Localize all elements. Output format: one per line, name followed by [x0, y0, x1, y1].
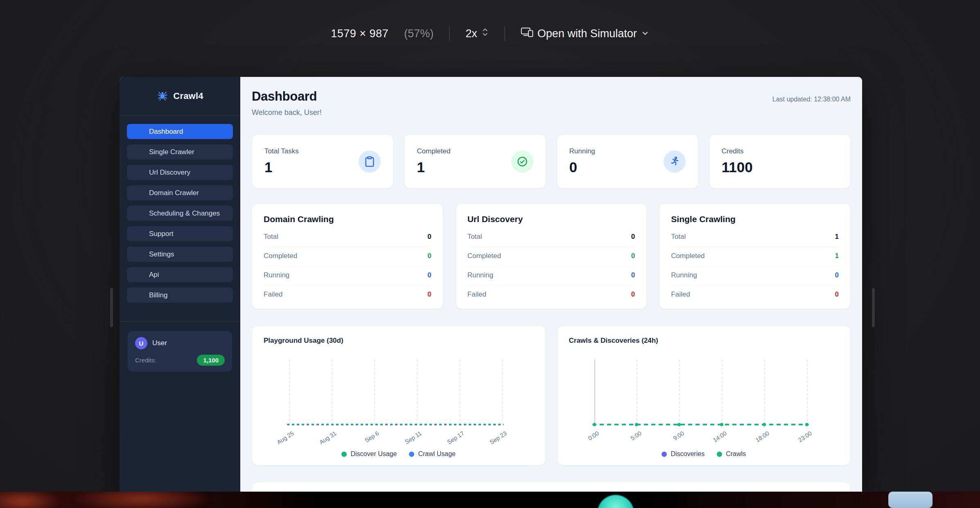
legend-label: Discover Usage	[350, 450, 397, 458]
open-with-simulator-button[interactable]: Open with Simulator	[521, 27, 649, 40]
wallpaper-blob	[74, 492, 209, 508]
breakdown-row-label: Total	[264, 233, 278, 241]
stat-card-running: Running 0	[557, 134, 698, 189]
breakdown-rows: Total 1 Completed 1 Running 0 Failed 0	[671, 227, 839, 304]
stat-value: 1100	[722, 159, 753, 175]
breakdown-row-value: 0	[631, 252, 635, 260]
app-logo[interactable]: Crawl4	[120, 77, 240, 116]
x-axis-label: 5:00	[630, 430, 643, 442]
resize-handle-right[interactable]	[872, 288, 875, 327]
sidebar-item-label: Dashboard	[149, 128, 183, 136]
breakdowns-row: Domain Crawling Total 0 Completed 0 Runn…	[252, 203, 851, 309]
legend-item-discoveries: Discoveries	[662, 450, 705, 458]
chart-gridline	[637, 360, 637, 425]
breakdown-row: Completed 0	[467, 247, 635, 266]
chart-series-baseline	[592, 424, 809, 425]
chart-x-axis: Aug 25Aug 31Sep 6Sep 11Sep 17Sep 23	[289, 427, 502, 450]
chart-gridline	[417, 360, 418, 425]
charts-row: Playground Usage (30d) Aug 25Aug 31Sep 6…	[252, 326, 851, 465]
breakdown-title: Domain Crawling	[264, 214, 431, 224]
chart-series-baseline	[287, 424, 504, 425]
legend-dot	[341, 452, 347, 457]
user-name: User	[152, 339, 167, 347]
sidebar-item-support[interactable]: Support	[127, 226, 233, 241]
avatar: U	[135, 337, 147, 349]
sidebar: Crawl4 DashboardSingle CrawlerUrl Discov…	[120, 77, 240, 492]
devices-icon	[521, 27, 533, 40]
clipboard-icon	[359, 151, 381, 173]
breakdown-row-label: Total	[671, 233, 686, 241]
legend-item-discover-usage: Discover Usage	[341, 450, 397, 458]
app-window: Crawl4 DashboardSingle CrawlerUrl Discov…	[120, 77, 862, 492]
chart-plot	[594, 360, 807, 425]
breakdown-row: Failed 0	[467, 285, 635, 304]
spider-logo-icon	[156, 89, 169, 103]
zoom-stepper[interactable]: 2x	[465, 27, 489, 40]
breakdown-row: Running 0	[467, 266, 635, 285]
breakdown-row-value: 0	[835, 290, 839, 299]
stat-value: 1	[264, 159, 299, 175]
breakdown-card-single-crawling: Single Crawling Total 1 Completed 1 Runn…	[659, 203, 851, 309]
x-axis-label: 14:00	[712, 430, 728, 443]
x-axis-label: Sep 11	[404, 430, 422, 445]
chart-legend: Discover UsageCrawl Usage	[264, 450, 534, 458]
chart-title: Playground Usage (30d)	[264, 337, 534, 345]
credits-label: Credits:	[135, 357, 156, 364]
sidebar-item-settings[interactable]: Settings	[127, 247, 233, 262]
sidebar-item-scheduling-changes[interactable]: Scheduling & Changes	[127, 206, 233, 221]
x-axis-label: 9:00	[672, 430, 685, 442]
x-axis-label: 0:00	[587, 430, 600, 442]
chevron-down-icon	[641, 27, 649, 40]
resize-handle-left[interactable]	[110, 288, 113, 327]
desktop-strip	[0, 492, 980, 508]
legend-dot	[717, 452, 722, 457]
breakdown-row: Completed 0	[264, 247, 431, 266]
chart-x-axis: 0:005:009:0014:0018:0023:00	[594, 427, 807, 450]
breakdown-rows: Total 0 Completed 0 Running 0 Failed 0	[467, 227, 635, 304]
toolbar-divider	[504, 26, 505, 41]
dock-item[interactable]	[888, 492, 933, 508]
x-axis-label: Sep 17	[446, 430, 465, 445]
sidebar-item-api[interactable]: Api	[127, 267, 233, 282]
sidebar-item-domain-crawler[interactable]: Domain Crawler	[127, 185, 233, 200]
sidebar-item-label: Scheduling & Changes	[149, 209, 220, 218]
breakdown-title: Single Crawling	[671, 214, 839, 224]
stat-label: Total Tasks	[264, 147, 299, 155]
sidebar-item-label: Single Crawler	[149, 148, 194, 156]
wallpaper-blob	[0, 492, 61, 508]
chart-gridline	[722, 360, 723, 425]
sidebar-item-label: Settings	[149, 250, 174, 258]
chart-legend: DiscoveriesCrawls	[569, 450, 839, 458]
sidebar-item-single-crawler[interactable]: Single Crawler	[127, 144, 233, 160]
chart-gridline	[502, 360, 503, 425]
breakdown-row-value: 1	[835, 252, 839, 260]
legend-label: Discoveries	[671, 450, 705, 458]
viewport-scale: (57%)	[404, 27, 434, 40]
toolbar-divider	[449, 26, 450, 41]
breakdown-row-value: 0	[427, 290, 431, 299]
page-header: Dashboard Welcome back, User! Last updat…	[252, 89, 851, 117]
breakdown-row: Failed 0	[264, 285, 431, 304]
legend-label: Crawl Usage	[418, 450, 456, 458]
viewport-dimensions: 1579 × 987	[331, 27, 388, 40]
preview-toolbar: 1579 × 987 (57%) 2x Open with Simulator	[0, 24, 980, 43]
breakdown-row-label: Failed	[467, 290, 486, 299]
breakdown-row-value: 0	[427, 271, 431, 279]
breakdown-row-value: 0	[631, 233, 635, 241]
chart-gridline	[807, 360, 808, 425]
sidebar-spacer	[120, 372, 240, 492]
sidebar-item-url-discovery[interactable]: Url Discovery	[127, 165, 233, 180]
sidebar-divider	[120, 321, 240, 321]
sidebar-item-label: Domain Crawler	[149, 189, 199, 197]
breakdown-row: Failed 0	[671, 285, 839, 304]
check-circle-icon	[511, 151, 533, 173]
stepper-icon[interactable]	[481, 27, 489, 40]
sidebar-item-dashboard[interactable]: Dashboard	[127, 124, 233, 139]
chart-card-crawls-discoveries-24h: Crawls & Discoveries (24h) 0:005:009:001…	[557, 326, 851, 465]
sidebar-item-billing[interactable]: Billing	[127, 288, 233, 303]
breakdown-row-label: Completed	[467, 252, 501, 260]
breakdown-row-label: Completed	[671, 252, 705, 260]
user-card[interactable]: U User Credits: 1,100	[128, 331, 232, 372]
sidebar-item-label: Billing	[149, 291, 167, 299]
breakdown-row-label: Total	[467, 233, 482, 241]
